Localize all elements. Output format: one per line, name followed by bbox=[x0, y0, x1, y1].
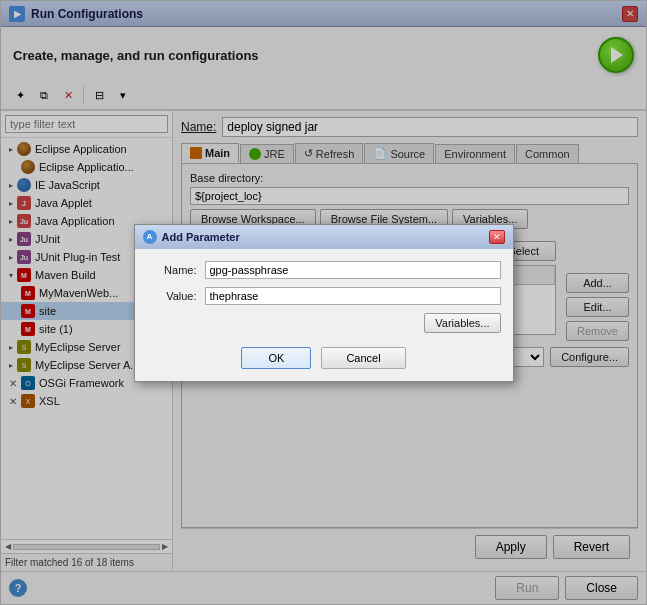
dialog-ok-button[interactable]: OK bbox=[241, 347, 311, 369]
dialog-icon: A bbox=[143, 230, 157, 244]
dialog-value-row: Value: bbox=[147, 287, 501, 305]
add-parameter-dialog: A Add Parameter ✕ Name: Value: Variables… bbox=[134, 224, 514, 382]
dialog-content: Name: Value: Variables... OK Cancel bbox=[135, 249, 513, 381]
main-window: ▶ Run Configurations ✕ Create, manage, a… bbox=[0, 0, 647, 605]
dialog-value-label: Value: bbox=[147, 290, 197, 302]
dialog-close-button[interactable]: ✕ bbox=[489, 230, 505, 244]
dialog-variables-row: Variables... bbox=[147, 313, 501, 333]
dialog-name-row: Name: bbox=[147, 261, 501, 279]
dialog-name-input[interactable] bbox=[205, 261, 501, 279]
dialog-title: Add Parameter bbox=[162, 231, 240, 243]
dialog-overlay: A Add Parameter ✕ Name: Value: Variables… bbox=[1, 1, 646, 604]
dialog-buttons: OK Cancel bbox=[147, 343, 501, 369]
dialog-cancel-button[interactable]: Cancel bbox=[321, 347, 405, 369]
dialog-variables-button[interactable]: Variables... bbox=[424, 313, 500, 333]
dialog-name-label: Name: bbox=[147, 264, 197, 276]
dialog-title-bar: A Add Parameter ✕ bbox=[135, 225, 513, 249]
dialog-value-input[interactable] bbox=[205, 287, 501, 305]
